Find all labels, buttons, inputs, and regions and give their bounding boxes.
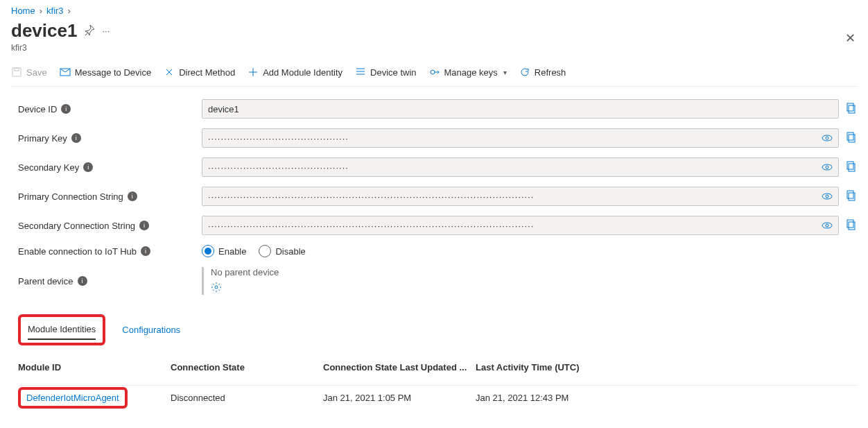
- pin-icon[interactable]: [84, 24, 95, 37]
- svg-point-14: [822, 194, 832, 199]
- save-label: Save: [26, 67, 47, 78]
- tab-module-identities[interactable]: Module Identities: [28, 320, 96, 340]
- info-icon[interactable]: i: [141, 246, 150, 256]
- svg-point-7: [826, 137, 828, 139]
- primary-key-label: Primary Key: [18, 133, 67, 144]
- primary-key-field: ········································…: [202, 128, 839, 148]
- col-last-updated: Connection State Last Updated ...: [323, 362, 476, 373]
- svg-rect-5: [847, 103, 853, 111]
- breadcrumb-hub[interactable]: kfir3: [46, 6, 64, 16]
- breadcrumb-sep: ›: [40, 6, 42, 16]
- twin-label: Device twin: [370, 67, 416, 78]
- svg-rect-20: [849, 222, 855, 230]
- svg-rect-17: [847, 191, 853, 198]
- highlight-box-link: DefenderIotMicroAgent: [18, 387, 128, 409]
- keys-label: Manage keys: [444, 67, 498, 78]
- svg-rect-21: [847, 220, 853, 228]
- manage-keys-button[interactable]: Manage keys ▾: [429, 67, 507, 78]
- enable-radio[interactable]: Enable: [202, 245, 246, 257]
- direct-method-button[interactable]: Direct Method: [164, 67, 235, 78]
- svg-rect-13: [847, 162, 853, 169]
- secondary-key-value: ········································…: [208, 162, 349, 173]
- conn-state-value: Disconnected: [171, 393, 323, 403]
- col-conn-state: Connection State: [171, 362, 323, 373]
- gear-icon[interactable]: [211, 282, 279, 295]
- svg-point-11: [826, 166, 828, 169]
- info-icon[interactable]: i: [78, 276, 87, 286]
- device-id-value: device1: [208, 104, 239, 114]
- scs-label: Secondary Connection String: [18, 221, 135, 231]
- primary-key-value: ········································…: [208, 133, 349, 144]
- message-label: Message to Device: [75, 67, 152, 78]
- refresh-label: Refresh: [535, 67, 566, 78]
- reveal-icon[interactable]: [822, 132, 833, 146]
- module-link[interactable]: DefenderIotMicroAgent: [26, 393, 119, 403]
- direct-label: Direct Method: [179, 67, 235, 78]
- svg-rect-16: [849, 193, 855, 200]
- secondary-key-field: ········································…: [202, 157, 839, 177]
- svg-rect-9: [847, 132, 853, 140]
- secondary-key-label: Secondary Key: [18, 162, 79, 173]
- close-icon[interactable]: ✕: [845, 31, 856, 46]
- enable-conn-label: Enable connection to IoT Hub: [18, 246, 137, 257]
- svg-point-10: [822, 164, 832, 170]
- info-icon[interactable]: i: [61, 104, 71, 114]
- tab-configurations[interactable]: Configurations: [122, 320, 180, 339]
- breadcrumb: Home › kfir3 ›: [11, 6, 857, 16]
- copy-icon[interactable]: [846, 161, 857, 174]
- page-title: device1: [11, 20, 77, 42]
- breadcrumb-home[interactable]: Home: [11, 6, 35, 16]
- svg-point-18: [822, 223, 832, 228]
- svg-rect-12: [849, 164, 855, 171]
- last-activity-value: Jan 21, 2021 12:43 PM: [476, 393, 628, 403]
- save-button: Save: [11, 67, 47, 78]
- info-icon[interactable]: i: [139, 221, 149, 230]
- pcs-value: ········································…: [208, 191, 534, 202]
- chevron-down-icon: ▾: [503, 69, 507, 76]
- message-to-device-button[interactable]: Message to Device: [60, 67, 152, 78]
- device-twin-button[interactable]: Device twin: [355, 67, 416, 78]
- reveal-icon[interactable]: [822, 162, 833, 175]
- more-icon[interactable]: ···: [102, 26, 110, 36]
- scs-field: ········································…: [202, 216, 839, 235]
- refresh-button[interactable]: Refresh: [519, 67, 566, 78]
- pcs-label: Primary Connection String: [18, 191, 123, 202]
- svg-rect-4: [849, 105, 855, 113]
- page-subtitle: kfir3: [11, 43, 857, 53]
- copy-icon[interactable]: [846, 190, 857, 203]
- copy-icon[interactable]: [846, 103, 857, 116]
- svg-point-22: [215, 286, 218, 289]
- svg-point-15: [826, 195, 828, 198]
- reveal-icon[interactable]: [822, 220, 833, 233]
- copy-icon[interactable]: [846, 219, 857, 232]
- svg-point-19: [826, 224, 828, 227]
- last-updated-value: Jan 21, 2021 1:05 PM: [323, 393, 476, 403]
- col-last-activity: Last Activity Time (UTC): [476, 362, 628, 373]
- copy-icon[interactable]: [846, 132, 857, 145]
- disable-radio[interactable]: Disable: [259, 245, 305, 257]
- add-module-label: Add Module Identity: [263, 67, 342, 78]
- col-module-id: Module ID: [18, 362, 171, 373]
- toolbar: Save Message to Device Direct Method Add…: [11, 62, 857, 87]
- svg-point-3: [431, 70, 435, 74]
- table-row: DefenderIotMicroAgent Disconnected Jan 2…: [18, 385, 857, 410]
- device-id-field: device1: [202, 99, 839, 119]
- enable-label: Enable: [218, 246, 246, 257]
- info-icon[interactable]: i: [71, 133, 81, 143]
- breadcrumb-sep: ›: [68, 6, 71, 16]
- svg-rect-8: [849, 135, 855, 142]
- parent-device-label: Parent device: [18, 276, 73, 286]
- info-icon[interactable]: i: [83, 162, 93, 172]
- pcs-field: ········································…: [202, 187, 839, 206]
- device-id-label: Device ID: [18, 104, 57, 114]
- add-module-button[interactable]: Add Module Identity: [248, 67, 342, 78]
- reveal-icon[interactable]: [822, 191, 833, 204]
- svg-rect-0: [12, 68, 21, 76]
- scs-value: ········································…: [208, 221, 534, 231]
- svg-point-6: [822, 135, 832, 141]
- svg-rect-1: [15, 68, 19, 71]
- info-icon[interactable]: i: [128, 191, 137, 201]
- highlight-box-tabs: Module Identities: [18, 314, 105, 345]
- no-parent-text: No parent device: [211, 267, 279, 277]
- disable-label: Disable: [275, 246, 305, 257]
